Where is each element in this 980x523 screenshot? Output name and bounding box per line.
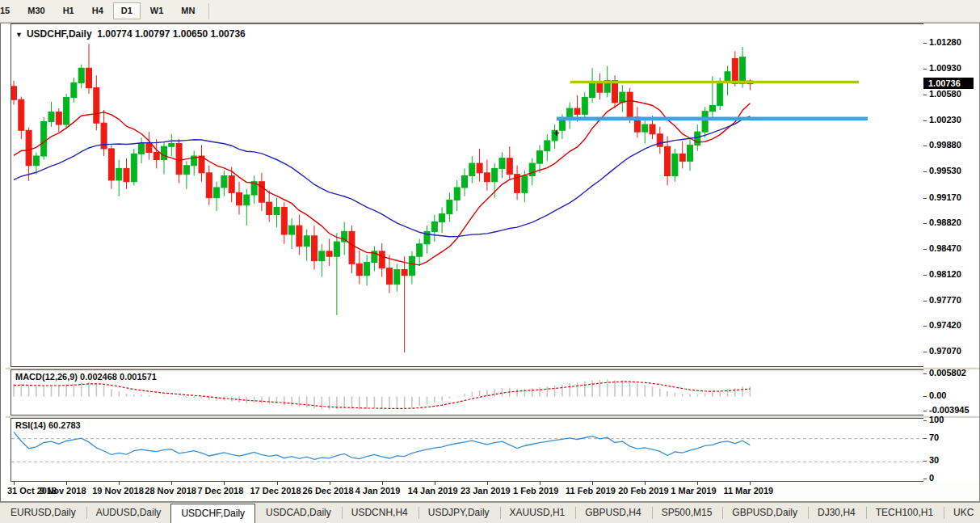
date-axis-tickmark <box>750 482 751 485</box>
macd-axis-tick-label: 0.005802 <box>929 368 966 377</box>
date-axis-tickmark <box>277 482 278 485</box>
symbol-tab-usdcnh[interactable]: USDCNH,H4 <box>341 503 418 523</box>
price-axis-tick-label: 0.97770 <box>929 295 961 305</box>
timeframe-button-h4[interactable]: H4 <box>84 2 111 19</box>
symbol-tab-usdjpy[interactable]: USDJPY,Daily <box>418 503 499 523</box>
date-axis-tickmark <box>14 482 15 485</box>
date-axis-label: 1 Mar 2019 <box>671 486 716 496</box>
date-axis-tickmark <box>540 482 540 485</box>
price-axis-tick-label: 1.00580 <box>929 89 961 99</box>
timeframe-toolbar: 15M30H1H4D1W1MN <box>0 0 980 23</box>
symbol-tab-sp500[interactable]: SP500,M15 <box>651 503 722 523</box>
price-axis-tick-label: 1.00230 <box>929 115 961 124</box>
price-axis-tickmark <box>923 301 927 302</box>
cross-marker: + <box>553 129 560 137</box>
date-axis-label: 9 Nov 2018 <box>40 486 86 496</box>
price-axis-tickmark <box>923 69 927 70</box>
date-axis[interactable]: 31 Oct 20189 Nov 201819 Nov 201828 Nov 2… <box>6 482 979 501</box>
symbol-tab-xauusd[interactable]: XAUUSD,H1 <box>499 503 575 523</box>
macd-label-row: MACD(12,26,9) 0.002468 0.001571 <box>15 372 157 382</box>
timeframe-button-m30[interactable]: M30 <box>19 2 53 19</box>
rsi-chart[interactable] <box>11 419 928 481</box>
symbol-tab-ukc[interactable]: UKC <box>943 503 980 523</box>
macd-axis-tickmark <box>923 411 927 411</box>
rsi-axis[interactable]: 10070300 <box>923 418 979 482</box>
price-axis-tick-label: 0.98820 <box>929 217 961 227</box>
symbol-tab-eurusd[interactable]: EURUSD,Daily <box>0 503 86 523</box>
price-panel: ▼USDCHF,Daily 1.00774 1.00797 1.00650 1.… <box>6 23 979 367</box>
date-axis-tickmark <box>382 482 383 485</box>
price-axis-tickmark <box>923 352 927 352</box>
symbol-tab-gbpusd[interactable]: GBPUSD,Daily <box>721 503 807 523</box>
timeframe-button-h1[interactable]: H1 <box>55 2 82 19</box>
price-axis-tick-label: 0.99880 <box>929 140 961 150</box>
symbol-tab-dj30[interactable]: DJ30,H4 <box>807 503 865 523</box>
date-axis-tickmark <box>487 482 488 485</box>
price-axis-tickmark <box>923 171 927 172</box>
symbol-tab-gbpusd[interactable]: GBPUSD,H4 <box>574 503 650 523</box>
date-axis-label: 7 Dec 2018 <box>197 486 243 496</box>
price-axis-tickmark <box>923 146 927 146</box>
rsi-label: RSI(14) <box>15 420 46 430</box>
macd-axis-tick-label: -0.003945 <box>929 405 969 415</box>
macd-label: MACD(12,26,9) <box>15 372 78 382</box>
chart-quote-ohlc: 1.00774 1.00797 1.00650 1.00736 <box>97 28 246 40</box>
date-axis-tickmark <box>435 482 435 485</box>
date-axis-label: 14 Jan 2019 <box>408 486 458 496</box>
macd-values: 0.002468 0.001571 <box>80 372 157 382</box>
date-axis-tickmark <box>697 482 698 485</box>
symbol-tab-audusd[interactable]: AUDUSD,Daily <box>86 503 171 523</box>
date-axis-tickmark <box>592 482 593 485</box>
price-axis-tickmark <box>923 326 927 327</box>
price-axis-tickmark <box>923 198 927 199</box>
rsi-label-row: RSI(14) 60.2783 <box>15 420 81 430</box>
timeframe-button-15[interactable]: 15 <box>0 2 18 19</box>
timeframe-button-mn[interactable]: MN <box>173 2 203 19</box>
rsi-axis-tickmark <box>923 479 927 479</box>
rsi-panel: RSI(14) 60.2783 10070300 <box>6 418 979 482</box>
date-axis-label: 19 Nov 2018 <box>92 486 144 496</box>
current-price-badge: 1.00736 <box>923 78 974 89</box>
chart-title: USDCHF,Daily <box>27 28 92 40</box>
symbol-tab-usdcad[interactable]: USDCAD,Daily <box>255 503 341 523</box>
rsi-axis-tick-label: 70 <box>929 432 939 442</box>
price-axis-tick-label: 1.01280 <box>929 37 961 47</box>
price-axis-tickmark <box>923 120 927 121</box>
date-axis-tickmark <box>330 482 330 485</box>
date-axis-label: 26 Dec 2018 <box>303 486 354 496</box>
date-axis-label: 23 Jan 2019 <box>461 486 511 496</box>
date-axis-tickmark <box>171 482 172 485</box>
date-axis-label: 28 Nov 2018 <box>145 486 196 496</box>
rsi-axis-tickmark <box>923 461 927 462</box>
macd-axis[interactable]: 0.0058020.00-0.003945 <box>923 369 979 415</box>
date-axis-tickmark <box>645 482 646 485</box>
timeframe-button-d1[interactable]: D1 <box>113 2 141 19</box>
date-axis-label: 11 Mar 2019 <box>723 486 773 496</box>
timeframe-button-w1[interactable]: W1 <box>142 2 172 19</box>
candlestick-chart[interactable] <box>11 24 928 366</box>
date-axis-label: 20 Feb 2019 <box>618 486 668 496</box>
price-axis-tick-label: 1.00930 <box>929 63 961 73</box>
symbol-tab-tech100[interactable]: TECH100,H1 <box>865 503 943 523</box>
rsi-axis-tick-label: 100 <box>929 415 944 424</box>
date-axis-tickmark <box>224 482 225 485</box>
price-plot-area[interactable] <box>11 23 929 367</box>
price-axis-tickmark <box>923 249 927 250</box>
price-axis-tick-label: 0.98470 <box>929 243 961 253</box>
symbol-tab-usdchf[interactable]: USDCHF,Daily <box>170 504 255 523</box>
chart-title-row: ▼USDCHF,Daily 1.00774 1.00797 1.00650 1.… <box>15 28 246 40</box>
rsi-plot-area[interactable] <box>11 418 929 482</box>
price-axis[interactable]: 1.012801.009301.005801.002300.998800.995… <box>923 23 979 367</box>
date-axis-tickmark <box>66 482 67 485</box>
price-axis-tickmark <box>923 275 927 276</box>
symbol-tabbar: EURUSD,DailyAUDUSD,DailyUSDCHF,DailyUSDC… <box>0 502 980 523</box>
date-axis-label: 1 Feb 2019 <box>513 486 558 496</box>
rsi-axis-tickmark <box>923 420 927 421</box>
chart-dropdown-icon[interactable]: ▼ <box>15 31 23 39</box>
rsi-axis-tickmark <box>923 438 927 439</box>
toolbar-separator <box>208 3 209 19</box>
rsi-values: 60.2783 <box>48 420 81 430</box>
price-axis-tick-label: 0.98120 <box>929 269 961 279</box>
macd-axis-tick-label: 0.00 <box>929 390 946 400</box>
price-axis-tick-label: 0.99170 <box>929 192 961 202</box>
